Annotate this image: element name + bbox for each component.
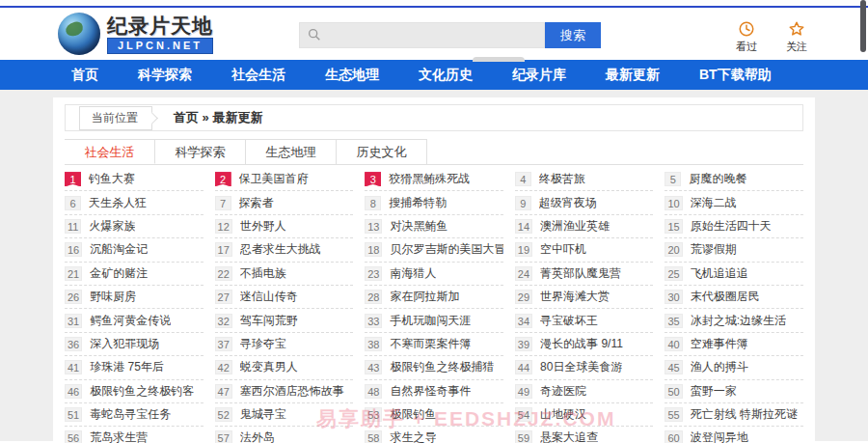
rank-badge: 56 [65, 430, 82, 443]
follow-link[interactable]: 关注 [781, 20, 812, 54]
site-logo[interactable]: 纪录片天地 JLPCN.NET [58, 13, 213, 55]
list-item[interactable]: 52 鬼城寻宝 [215, 403, 354, 427]
list-item[interactable]: 41 珍珠港 75年后 [65, 356, 203, 379]
rank-badge: 20 [665, 242, 682, 257]
nav-item[interactable]: 首页 [66, 67, 104, 84]
list-item[interactable]: 55 死亡射线 特斯拉死谜 [665, 403, 803, 427]
list-item[interactable]: 17 忍者求生大挑战 [215, 238, 354, 262]
list-item[interactable]: 54 山地硬汉 [515, 403, 654, 427]
list-item[interactable]: 47 塞西尔酒店恐怖故事 [215, 380, 354, 403]
list-item[interactable]: 60 波登闯异地 [665, 427, 803, 443]
list-item[interactable]: 31 鳄鱼河黄金传说 [65, 309, 203, 332]
category-tab[interactable]: 生态地理 [246, 139, 337, 164]
list-item[interactable]: 3 狡猾黑鲔殊死战 [365, 168, 503, 191]
list-item[interactable]: 6 天生杀人狂 [65, 191, 203, 214]
list-item[interactable]: 7 探索者 [215, 191, 354, 214]
list-item[interactable]: 5 厨魔的晚餐 [665, 168, 803, 191]
list-item[interactable]: 24 菁英部队魔鬼营 [515, 263, 654, 286]
list-item[interactable]: 27 迷信山传奇 [215, 286, 354, 309]
nav-item[interactable]: 最新更新 [600, 67, 665, 84]
rank-badge: 51 [65, 407, 82, 422]
search-bar: 搜索 [299, 22, 601, 48]
list-item[interactable]: 4 终极苦旅 [515, 168, 654, 191]
list-item[interactable]: 53 极限钓鱼 [365, 403, 503, 427]
rank-badge: 43 [365, 360, 382, 374]
list-item[interactable]: 57 法外岛 [215, 427, 354, 443]
list-item[interactable]: 15 原始生活四十天 [665, 215, 803, 238]
list-item[interactable]: 43 极限钓鱼之终极捕猎 [365, 356, 503, 379]
list-item[interactable]: 38 不寒而栗案件簿 [365, 333, 503, 356]
category-tab[interactable]: 社会生活 [65, 139, 155, 164]
nav-item[interactable]: 科学探索 [132, 67, 198, 84]
list-item[interactable]: 50 蛮野一家 [665, 380, 803, 403]
list-item[interactable]: 33 手机玩咖闯天涯 [365, 309, 503, 332]
scrollbar-thumb[interactable] [860, 0, 866, 52]
list-item[interactable]: 37 寻珍夺宝 [215, 333, 354, 356]
nav-item[interactable]: 纪录片库 [506, 67, 572, 84]
list-item[interactable]: 49 奇迹医院 [515, 380, 654, 403]
search-input[interactable] [299, 22, 545, 48]
documentary-title: 狡猾黑鲔殊死战 [389, 171, 470, 187]
list-item[interactable]: 42 蜕变真男人 [215, 356, 354, 379]
rank-badge: 59 [515, 430, 532, 443]
list-item[interactable]: 21 金矿的赌注 [65, 263, 203, 286]
list-item[interactable]: 28 家在阿拉斯加 [365, 286, 503, 309]
list-item[interactable]: 35 冰封之城:边缘生活 [665, 309, 803, 332]
list-item[interactable]: 25 飞机追追追 [665, 263, 803, 286]
list-item[interactable]: 1 钓鱼大赛 [65, 168, 203, 191]
documentary-title: 家在阿拉斯加 [390, 289, 459, 305]
list-item[interactable]: 23 南海猎人 [365, 263, 503, 286]
list-item[interactable]: 58 求生之导 [365, 427, 503, 443]
documentary-title: 山地硬汉 [540, 406, 586, 423]
list-item[interactable]: 20 荒谬假期 [665, 238, 803, 262]
list-item[interactable]: 56 荒岛求生营 [65, 427, 203, 443]
list-item[interactable]: 13 对决黑鲔鱼 [365, 215, 503, 238]
documentary-title: 塞西尔酒店恐怖故事 [240, 383, 344, 400]
rank-badge: 24 [515, 266, 532, 281]
nav-item[interactable]: 社会生活 [226, 67, 291, 84]
list-item[interactable]: 36 深入犯罪现场 [65, 333, 203, 356]
list-item[interactable]: 48 自然界怪奇事件 [365, 380, 503, 403]
nav-item[interactable]: 文化历史 [413, 67, 478, 84]
documentary-title: 世界海滩大赏 [540, 289, 610, 305]
watched-link[interactable]: 看过 [731, 20, 762, 54]
list-item[interactable]: 45 渔人的搏斗 [665, 356, 803, 379]
list-item[interactable]: 44 80日全球美食游 [515, 356, 654, 379]
documentary-title: 毒蛇岛寻宝任务 [90, 406, 171, 423]
list-item[interactable]: 26 野味厨房 [65, 286, 203, 309]
documentary-title: 鬼城寻宝 [240, 406, 286, 423]
list-item[interactable]: 9 超级宵夜场 [515, 191, 654, 214]
list-item[interactable]: 16 沉船淘金记 [65, 238, 203, 262]
nav-item[interactable]: BT下载帮助 [693, 67, 777, 84]
documentary-list: 1 钓鱼大赛 2 保卫美国首府 3 狡猾黑鲔殊死战 4 [61, 165, 807, 443]
rank-badge: 3 [365, 172, 381, 186]
list-item[interactable]: 51 毒蛇岛寻宝任务 [65, 403, 203, 427]
list-item[interactable]: 22 不插电族 [215, 263, 354, 286]
list-item[interactable]: 32 驾车闯荒野 [215, 309, 354, 332]
list-item[interactable]: 12 世外野人 [215, 215, 354, 238]
rank-badge: 26 [65, 290, 82, 304]
list-item[interactable]: 29 世界海滩大赏 [515, 286, 654, 309]
list-item[interactable]: 19 空中吓机 [515, 238, 654, 262]
list-item[interactable]: 59 悬案大追查 [515, 427, 654, 443]
list-item[interactable]: 14 澳洲渔业英雄 [515, 215, 654, 238]
category-tab[interactable]: 科学探索 [155, 139, 246, 164]
list-item[interactable]: 18 贝尔罗吉斯的美国大冒 [365, 238, 503, 262]
documentary-title: 贝尔罗吉斯的美国大冒 [390, 241, 502, 258]
list-item[interactable]: 34 寻宝破坏王 [515, 309, 654, 332]
list-item[interactable]: 2 保卫美国首府 [215, 168, 354, 191]
nav-item[interactable]: 生态地理 [319, 67, 385, 84]
category-tab[interactable]: 历史文化 [337, 139, 427, 164]
list-item[interactable]: 11 火爆家族 [65, 215, 203, 238]
list-item[interactable]: 39 漫长的战事 9/11 [515, 333, 654, 356]
list-item[interactable]: 40 空难事件簿 [665, 333, 803, 356]
documentary-title: 飞机追追追 [691, 265, 748, 282]
list-item[interactable]: 10 深海二战 [665, 191, 803, 214]
search-button[interactable]: 搜索 [545, 22, 601, 48]
list-item[interactable]: 8 搜捕希特勒 [365, 191, 503, 214]
list-item[interactable]: 46 极限钓鱼之终极钓客 [65, 380, 203, 403]
rank-badge: 55 [665, 407, 682, 422]
breadcrumb-path[interactable]: 首页 » 最新更新 [174, 109, 262, 126]
documentary-title: 自然界怪奇事件 [390, 383, 471, 400]
list-item[interactable]: 30 末代极圈居民 [665, 286, 803, 309]
